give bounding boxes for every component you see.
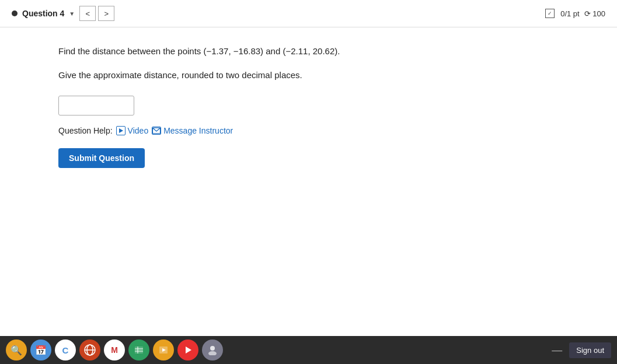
taskbar-dash: — xyxy=(552,344,562,356)
question-header-left: Question 4 ▼ < > xyxy=(12,6,114,21)
slides-taskbar-icon[interactable] xyxy=(153,340,174,360)
sheets-taskbar-icon[interactable] xyxy=(128,340,149,360)
question-body: Find the distance between the points (−1… xyxy=(0,27,617,336)
taskbar-right: — Sign out xyxy=(552,342,611,358)
answer-input[interactable] xyxy=(58,96,134,116)
help-label: Question Help: xyxy=(58,126,113,135)
video-label: Video xyxy=(128,126,149,135)
attempts-text: ⟳ 100 xyxy=(584,9,605,18)
sign-out-button[interactable]: Sign out xyxy=(569,342,611,358)
search-taskbar-icon[interactable]: 🔍 xyxy=(6,340,27,360)
taskbar: 🔍 📅 C M — Sign out xyxy=(0,336,617,364)
taskbar-icons: 🔍 📅 C M xyxy=(6,340,223,360)
nav-buttons: < > xyxy=(79,6,114,21)
question-header-right: ✓ 0/1 pt ⟳ 100 xyxy=(545,9,605,18)
question-dropdown-arrow[interactable]: ▼ xyxy=(69,10,75,17)
score-text: 0/1 pt xyxy=(560,9,580,18)
question-help-row: Question Help: Video Message Instructor xyxy=(58,126,570,135)
gmail-taskbar-icon[interactable]: M xyxy=(104,340,125,360)
user-taskbar-icon[interactable] xyxy=(202,340,223,360)
question-status-dot xyxy=(12,10,18,16)
chrome-taskbar-icon[interactable]: C xyxy=(55,340,76,360)
calendar-taskbar-icon[interactable]: 📅 xyxy=(30,340,51,360)
svg-marker-0 xyxy=(119,128,123,133)
submit-question-button[interactable]: Submit Question xyxy=(58,148,145,168)
question-main-text: Find the distance between the points (−1… xyxy=(58,45,570,58)
video-icon xyxy=(116,126,126,135)
svg-point-12 xyxy=(210,346,215,351)
score-icon: ✓ xyxy=(545,9,555,18)
nav-prev-button[interactable]: < xyxy=(79,6,96,21)
question-label: Question 4 xyxy=(22,9,64,18)
message-instructor-link[interactable]: Message Instructor xyxy=(152,126,233,135)
svg-marker-11 xyxy=(186,346,191,354)
play-taskbar-icon[interactable] xyxy=(177,340,198,360)
video-help-link[interactable]: Video xyxy=(116,126,149,135)
nav-next-button[interactable]: > xyxy=(98,6,114,21)
message-instructor-label: Message Instructor xyxy=(163,126,233,135)
svg-point-13 xyxy=(208,351,217,355)
question-sub-text: Give the approximate distance, rounded t… xyxy=(58,69,570,82)
mail-icon xyxy=(152,127,161,135)
question-header: Question 4 ▼ < > ✓ 0/1 pt ⟳ 100 xyxy=(0,0,617,27)
svg-rect-5 xyxy=(135,346,143,354)
globe-taskbar-icon[interactable] xyxy=(79,340,100,360)
